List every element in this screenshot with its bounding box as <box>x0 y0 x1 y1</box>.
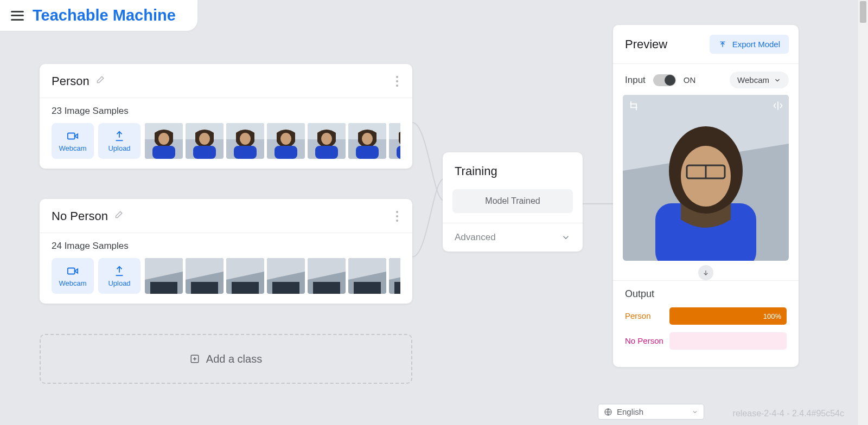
svg-rect-15 <box>234 146 257 159</box>
svg-rect-48 <box>272 282 299 294</box>
class-header: No Person <box>40 199 412 233</box>
webcam-button[interactable]: Webcam <box>52 123 94 159</box>
sample-thumbnail[interactable] <box>389 258 400 294</box>
export-icon <box>718 40 727 49</box>
output-bar: 100% <box>669 307 787 325</box>
sample-thumbnail[interactable] <box>226 258 264 294</box>
input-source-select[interactable]: Webcam <box>730 72 789 88</box>
class-name: Person <box>52 74 90 88</box>
preview-image <box>623 95 789 261</box>
sample-count: 23 Image Samples <box>52 106 400 117</box>
class-header: Person <box>40 64 412 98</box>
webcam-button[interactable]: Webcam <box>52 258 94 294</box>
sample-thumbnail[interactable] <box>145 258 183 294</box>
connector-lines <box>411 119 445 260</box>
output-title: Output <box>625 288 787 300</box>
svg-rect-57 <box>394 282 400 294</box>
svg-rect-36 <box>68 268 75 274</box>
training-status: Model Trained <box>452 189 573 213</box>
kebab-icon[interactable] <box>393 74 401 89</box>
sample-thumbnails[interactable] <box>145 258 400 294</box>
svg-rect-0 <box>68 133 75 139</box>
svg-marker-56 <box>389 258 400 280</box>
output-label: No Person <box>625 336 664 346</box>
page-scrollbar[interactable] <box>858 0 868 425</box>
preview-title: Preview <box>625 37 667 51</box>
sample-thumbnail[interactable] <box>348 123 386 159</box>
pencil-icon[interactable] <box>113 210 123 222</box>
output-label: Person <box>625 311 664 321</box>
scrollbar-thumb[interactable] <box>860 1 866 23</box>
upload-label: Upload <box>108 279 130 287</box>
advanced-label: Advanced <box>455 232 496 243</box>
export-label: Export Model <box>732 40 780 49</box>
svg-rect-10 <box>193 146 216 159</box>
training-card: Training Model Trained Advanced <box>443 152 583 252</box>
webcam-label: Webcam <box>59 279 86 287</box>
app-header: Teachable Machine <box>0 0 197 31</box>
language-select[interactable]: English <box>598 404 704 420</box>
sample-thumbnail[interactable] <box>308 123 346 159</box>
svg-point-4 <box>158 133 169 145</box>
svg-rect-32 <box>389 123 400 139</box>
menu-icon[interactable] <box>11 11 24 21</box>
arrow-down-icon <box>698 265 713 280</box>
webcam-label: Webcam <box>59 144 86 152</box>
output-bar <box>669 332 787 350</box>
chevron-down-icon <box>561 233 571 242</box>
flip-icon[interactable] <box>773 100 783 111</box>
advanced-toggle[interactable]: Advanced <box>443 223 583 252</box>
export-model-button[interactable]: Export Model <box>710 35 789 54</box>
add-class-label: Add a class <box>206 353 262 365</box>
preview-card: Preview Export Model Input ON Webcam <box>613 25 799 367</box>
class-name: No Person <box>52 209 108 223</box>
connector-line <box>582 201 614 207</box>
svg-point-19 <box>280 133 291 145</box>
toggle-state: ON <box>684 75 696 85</box>
upload-button[interactable]: Upload <box>98 123 141 159</box>
svg-rect-5 <box>152 146 175 159</box>
class-card: No Person 24 Image Samples Webcam Upload <box>40 199 412 304</box>
sample-thumbnail[interactable] <box>267 258 305 294</box>
chevron-down-icon <box>692 409 698 415</box>
version-label: release-2-4-4 - 2.4.4#95c54c <box>733 409 844 418</box>
svg-rect-42 <box>191 282 218 294</box>
input-toggle[interactable] <box>653 74 676 86</box>
upload-button[interactable]: Upload <box>98 258 141 294</box>
sample-thumbnail[interactable] <box>186 123 224 159</box>
sample-thumbnail[interactable] <box>348 258 386 294</box>
input-source-value: Webcam <box>737 75 769 85</box>
svg-point-29 <box>362 133 373 145</box>
crop-icon[interactable] <box>628 100 639 111</box>
output-row: No Person <box>625 332 787 350</box>
plus-icon <box>190 354 200 364</box>
sample-count: 24 Image Samples <box>52 241 400 252</box>
output-row: Person 100% <box>625 307 787 325</box>
globe-icon <box>604 408 612 416</box>
sample-thumbnail[interactable] <box>226 123 264 159</box>
sample-thumbnail[interactable] <box>145 123 183 159</box>
sample-thumbnail[interactable] <box>308 258 346 294</box>
svg-point-9 <box>199 133 210 145</box>
sample-thumbnail[interactable] <box>267 123 305 159</box>
svg-rect-25 <box>315 146 338 159</box>
svg-rect-54 <box>354 282 381 294</box>
sample-thumbnail[interactable] <box>389 123 400 159</box>
kebab-icon[interactable] <box>393 209 401 224</box>
svg-rect-30 <box>356 146 379 159</box>
upload-label: Upload <box>108 144 130 152</box>
svg-rect-45 <box>232 282 259 294</box>
chevron-down-icon <box>774 76 781 84</box>
pencil-icon[interactable] <box>95 75 105 87</box>
training-title: Training <box>443 152 583 186</box>
language-value: English <box>617 407 643 416</box>
class-card: Person 23 Image Samples Webcam Upload <box>40 64 412 169</box>
output-percent: 100% <box>763 312 781 320</box>
add-class-button[interactable]: Add a class <box>40 334 412 384</box>
app-logo: Teachable Machine <box>33 7 176 24</box>
workspace-canvas: Teachable Machine Person 23 Image Sample… <box>0 0 858 425</box>
sample-thumbnails[interactable] <box>145 123 400 159</box>
svg-rect-20 <box>275 146 297 159</box>
svg-rect-39 <box>150 282 177 294</box>
sample-thumbnail[interactable] <box>186 258 224 294</box>
